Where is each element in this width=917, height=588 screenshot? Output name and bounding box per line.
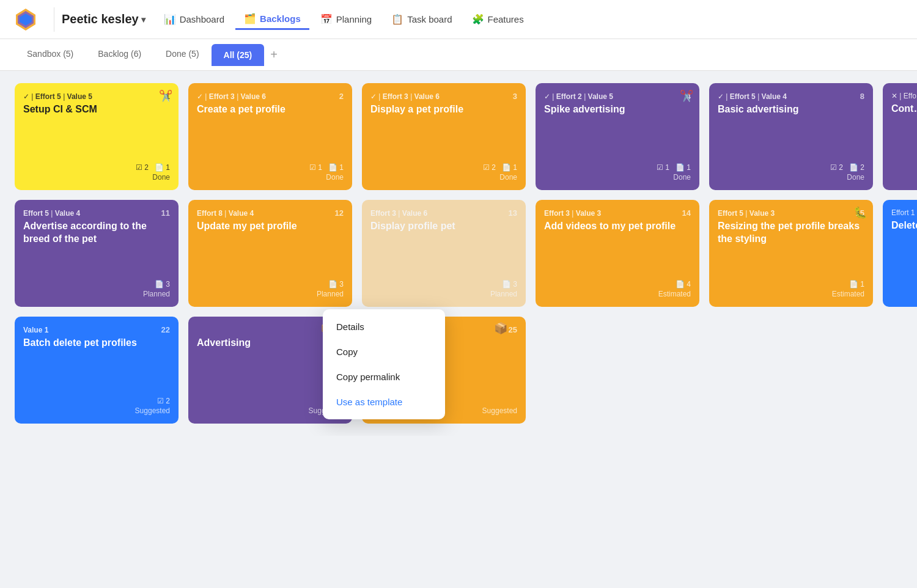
card-3-number: 3 bbox=[513, 92, 517, 101]
nav-planning[interactable]: 📅 Planning bbox=[312, 10, 380, 29]
card-14-status: Estimated bbox=[544, 290, 691, 298]
context-menu-copy-permalink[interactable]: Copy permalink bbox=[323, 364, 445, 389]
card-22[interactable]: Value 1 22 Batch delete pet profiles ☑ 2… bbox=[15, 317, 179, 424]
check-icon-1: ✓ bbox=[23, 92, 29, 101]
card-3-footer: ☑ 2 📄 1 bbox=[370, 163, 517, 172]
card-1-footer: ☑ 2 📄 1 bbox=[23, 163, 170, 172]
card-1-status: Done bbox=[23, 173, 170, 182]
context-menu-use-as-template[interactable]: Use as template bbox=[323, 389, 445, 414]
card-4-header: ✓ | Effort 2 | Value 5 4 bbox=[544, 92, 691, 101]
card-13-number: 13 bbox=[509, 208, 517, 218]
card-12[interactable]: Effort 8 | Value 4 12 Update my pet prof… bbox=[188, 200, 352, 307]
card-2[interactable]: ✓ | Effort 3 | Value 6 2 Create a pet pr… bbox=[188, 83, 352, 190]
card-14-header: Effort 3 | Value 3 14 bbox=[544, 208, 691, 218]
card-15[interactable]: Effort 5 | Value 3 15 🐛 Resizing the pet… bbox=[709, 200, 873, 307]
check-icon-4: ✓ bbox=[544, 92, 550, 101]
card-2-status: Done bbox=[197, 173, 344, 182]
card-4-meta: ✓ | Effort 2 | Value 5 bbox=[544, 92, 613, 101]
tab-add-button[interactable]: + bbox=[264, 39, 284, 70]
card-12-title: Update my pet profile bbox=[197, 220, 344, 273]
package-icon-25: 📦 bbox=[494, 322, 507, 335]
card-6-partial[interactable]: ✕ | Effo… Cont… bbox=[883, 83, 917, 190]
card-15-docs: 📄 1 bbox=[849, 280, 864, 288]
card-22-status: Suggested bbox=[23, 406, 170, 415]
card-13[interactable]: Effort 3 | Value 6 13 Display profile pe… bbox=[362, 200, 526, 307]
tab-backlog[interactable]: Backlog (6) bbox=[86, 40, 153, 69]
header: Peetic kesley ▾ 📊 Dashboard 🗂️ Backlogs … bbox=[0, 0, 917, 39]
tab-sandbox[interactable]: Sandbox (5) bbox=[15, 40, 86, 69]
project-name-text: Peetic kesley bbox=[62, 12, 139, 26]
card-2-header: ✓ | Effort 3 | Value 6 2 bbox=[197, 92, 344, 101]
card-22-title: Batch delete pet profiles bbox=[23, 337, 170, 389]
card-3[interactable]: ✓ | Effort 3 | Value 6 3 Display a pet p… bbox=[362, 83, 526, 190]
card-6-meta: ✕ | Effo… bbox=[891, 92, 917, 100]
card-24-title: Advertising bbox=[197, 337, 344, 405]
card-22-header: Value 1 22 bbox=[23, 325, 170, 334]
card-11-docs: 📄 3 bbox=[155, 280, 170, 288]
card-2-meta: ✓ | Effort 3 | Value 6 bbox=[197, 92, 266, 101]
card-4-footer: ☑ 1 📄 1 bbox=[544, 163, 691, 172]
context-menu: Details Copy Copy permalink Use as templ… bbox=[323, 309, 445, 419]
nav-backlogs[interactable]: 🗂️ Backlogs bbox=[235, 9, 309, 30]
card-1-checks: ☑ 2 bbox=[136, 163, 149, 172]
card-1-header: ✓ | Effort 5 | Value 5 1 bbox=[23, 92, 170, 101]
card-14-docs: 📄 4 bbox=[676, 280, 691, 288]
card-5-checks: ☑ 2 bbox=[830, 163, 843, 172]
tabs-bar: Sandbox (5) Backlog (6) Done (5) All (25… bbox=[0, 39, 917, 71]
card-22-number: 22 bbox=[161, 325, 170, 334]
card-22-footer: ☑ 2 bbox=[23, 397, 170, 405]
nav-dashboard[interactable]: 📊 Dashboard bbox=[155, 10, 233, 29]
card-2-checks: ☑ 1 bbox=[309, 163, 322, 172]
card-16-title: Delete… bbox=[891, 219, 917, 298]
context-menu-copy[interactable]: Copy bbox=[323, 339, 445, 364]
card-3-meta: ✓ | Effort 3 | Value 6 bbox=[370, 92, 440, 101]
context-menu-details[interactable]: Details bbox=[323, 314, 445, 339]
scissors-icon-1: ✂️ bbox=[159, 89, 172, 103]
card-15-status: Estimated bbox=[718, 290, 864, 298]
card-1[interactable]: ✓ | Effort 5 | Value 5 1 ✂️ Setup CI & S… bbox=[15, 83, 179, 190]
card-4-title: Spike advertising bbox=[544, 103, 691, 156]
nav-dashboard-label: Dashboard bbox=[180, 14, 224, 24]
card-5-header: ✓ | Effort 5 | Value 4 8 bbox=[718, 92, 864, 101]
check-icon-5: ✓ bbox=[718, 92, 724, 101]
nav-taskboard[interactable]: 📋 Task board bbox=[383, 10, 460, 29]
card-11-number: 11 bbox=[161, 208, 170, 218]
nav-features-label: Features bbox=[488, 14, 524, 24]
card-13-meta: Effort 3 | Value 6 bbox=[370, 209, 427, 218]
card-14[interactable]: Effort 3 | Value 3 14 Add videos to my p… bbox=[536, 200, 699, 307]
backlogs-icon: 🗂️ bbox=[244, 12, 256, 24]
card-2-docs: 📄 1 bbox=[328, 163, 344, 172]
card-6-title: Cont… bbox=[891, 103, 917, 182]
card-13-header: Effort 3 | Value 6 13 bbox=[370, 208, 517, 218]
card-13-docs: 📄 3 bbox=[502, 280, 517, 288]
card-1-meta: ✓ | Effort 5 | Value 5 bbox=[23, 92, 92, 101]
board: ✓ | Effort 5 | Value 5 1 ✂️ Setup CI & S… bbox=[0, 71, 917, 436]
card-5[interactable]: ✓ | Effort 5 | Value 4 8 Basic advertisi… bbox=[709, 83, 873, 190]
card-3-status: Done bbox=[370, 173, 517, 182]
card-1-docs: 📄 1 bbox=[155, 163, 170, 172]
planning-icon: 📅 bbox=[320, 13, 333, 26]
card-5-meta: ✓ | Effort 5 | Value 4 bbox=[718, 92, 787, 101]
card-4-docs: 📄 1 bbox=[676, 163, 691, 172]
nav-features[interactable]: 🧩 Features bbox=[463, 10, 532, 29]
logo bbox=[12, 6, 39, 33]
card-4[interactable]: ✓ | Effort 2 | Value 5 4 ✂️ Spike advert… bbox=[536, 83, 699, 190]
card-3-checks: ☑ 2 bbox=[483, 163, 496, 172]
nav-backlogs-label: Backlogs bbox=[260, 13, 301, 24]
tab-all[interactable]: All (25) bbox=[212, 44, 265, 66]
features-icon: 🧩 bbox=[472, 13, 484, 26]
taskboard-icon: 📋 bbox=[391, 13, 403, 26]
card-24-status: Suggested bbox=[197, 406, 344, 415]
card-13-footer: 📄 3 bbox=[370, 280, 517, 288]
project-name[interactable]: Peetic kesley ▾ bbox=[62, 12, 145, 26]
card-2-footer: ☑ 1 📄 1 bbox=[197, 163, 344, 172]
scissors-icon-4: ✂️ bbox=[680, 89, 693, 103]
card-13-title: Display profile pet bbox=[370, 220, 517, 273]
card-15-meta: Effort 5 | Value 3 bbox=[718, 209, 775, 218]
tab-done[interactable]: Done (5) bbox=[153, 40, 211, 69]
card-13-status: Planned bbox=[370, 290, 517, 298]
card-16-partial[interactable]: Effort 1 Delete… bbox=[883, 200, 917, 307]
card-15-title: Resizing the pet profile breaks the styl… bbox=[718, 220, 864, 273]
card-11-status: Planned bbox=[23, 290, 170, 298]
card-11[interactable]: Effort 5 | Value 4 11 Advertise accordin… bbox=[15, 200, 179, 307]
